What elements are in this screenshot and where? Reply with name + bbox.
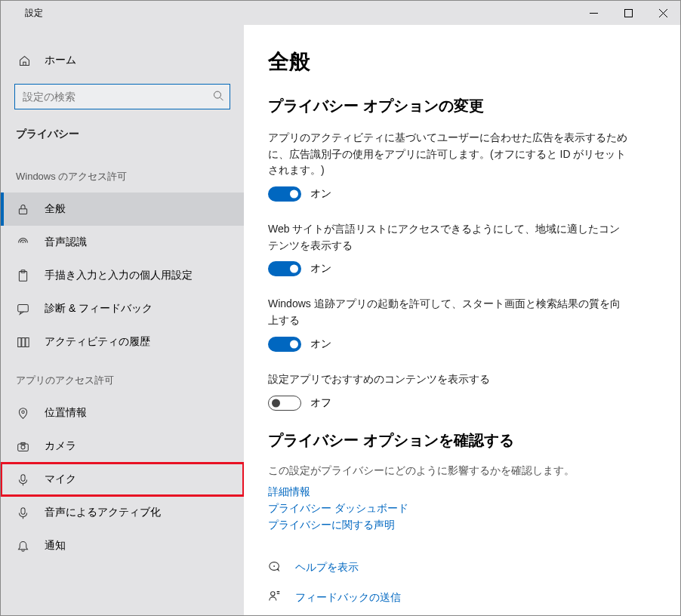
sidebar-item-camera[interactable]: カメラ — [1, 430, 244, 463]
toggle-language-list[interactable] — [268, 261, 301, 276]
svg-rect-18 — [20, 507, 24, 514]
titlebar: 設定 — [1, 1, 680, 25]
svg-point-21 — [271, 591, 275, 595]
sidebar-item-label: アクティビティの履歴 — [45, 335, 150, 349]
option-description: Windows 追跡アプリの起動を許可して、スタート画面と検索結果の質を向上する — [268, 296, 630, 328]
svg-point-13 — [21, 411, 23, 413]
svg-line-5 — [220, 97, 223, 100]
close-button[interactable] — [646, 1, 680, 25]
sidebar-item-label: マイク — [45, 473, 76, 486]
toggle-state: オン — [310, 187, 331, 201]
option-description: Web サイトが言語リストにアクセスできるようにして、地域に適したコンテンツを表… — [268, 221, 630, 254]
sidebar-home[interactable]: ホーム — [1, 43, 244, 78]
speech-icon — [16, 236, 29, 249]
svg-rect-10 — [17, 337, 20, 346]
sidebar-item-label: 音声認識 — [45, 236, 87, 249]
link-privacy-dashboard[interactable]: プライバシー ダッシュボード — [268, 502, 650, 516]
toggle-state: オン — [310, 262, 331, 276]
sidebar-item-location[interactable]: 位置情報 — [1, 396, 244, 430]
sidebar-item-diagnostics[interactable]: 診断 & フィードバック — [1, 292, 244, 325]
toggle-advertising-id[interactable] — [268, 186, 301, 202]
section-title-privacy-options: プライバシー オプションの変更 — [268, 96, 650, 116]
toggle-suggested-content[interactable] — [268, 396, 301, 411]
link-give-feedback[interactable]: フィードバックの送信 — [295, 591, 401, 605]
option-description: アプリのアクティビティに基づいてユーザーに合わせた広告を表示するために、広告識別… — [268, 130, 630, 179]
history-icon — [16, 336, 29, 349]
sidebar-section-apps: アプリのアクセス許可 — [1, 359, 244, 396]
location-icon — [16, 407, 29, 420]
feedback-icon — [268, 590, 282, 606]
svg-rect-11 — [21, 337, 24, 346]
sidebar: ホーム プライバシー Windows のアクセス許可 全般 音声認識 手描き入力… — [1, 25, 244, 615]
sidebar-item-voice-activation[interactable]: 音声によるアクティブ化 — [1, 496, 244, 529]
help-icon — [268, 559, 282, 576]
section-title-review-privacy: プライバシー オプションを確認する — [268, 430, 650, 451]
toggle-app-launch-tracking[interactable] — [268, 337, 301, 352]
sidebar-home-label: ホーム — [45, 54, 76, 67]
svg-rect-12 — [25, 337, 28, 346]
option-description: 設定アプリでおすすめのコンテンツを表示する — [268, 371, 630, 388]
sidebar-item-label: 位置情報 — [45, 406, 87, 420]
clipboard-icon — [16, 270, 29, 282]
microphone-icon — [16, 473, 29, 486]
link-learn-more[interactable]: 詳細情報 — [268, 485, 650, 499]
sidebar-item-label: 手描き入力と入力の個人用設定 — [45, 269, 193, 282]
link-privacy-statement[interactable]: プライバシーに関する声明 — [268, 519, 650, 532]
voice-icon — [16, 507, 29, 519]
maximize-button[interactable] — [611, 1, 646, 25]
sidebar-item-label: 診断 & フィードバック — [45, 302, 153, 316]
svg-point-20 — [273, 565, 275, 567]
sidebar-item-activity[interactable]: アクティビティの履歴 — [1, 325, 244, 359]
svg-rect-1 — [624, 9, 632, 17]
sidebar-item-label: 音声によるアクティブ化 — [45, 506, 161, 519]
svg-rect-6 — [19, 208, 26, 214]
home-icon — [17, 54, 31, 67]
search-icon — [213, 91, 224, 105]
sidebar-item-label: カメラ — [45, 439, 76, 453]
svg-point-15 — [20, 445, 24, 448]
bell-icon — [16, 540, 29, 553]
page-title: 全般 — [268, 48, 650, 76]
sidebar-item-microphone[interactable]: マイク — [1, 463, 244, 496]
sidebar-item-general[interactable]: 全般 — [1, 192, 244, 226]
svg-rect-17 — [20, 474, 24, 481]
toggle-state: オフ — [310, 396, 331, 410]
toggle-state: オン — [310, 337, 331, 351]
minimize-button[interactable] — [576, 1, 611, 25]
sidebar-item-label: 通知 — [45, 539, 66, 553]
sidebar-item-speech[interactable]: 音声認識 — [1, 226, 244, 259]
sidebar-item-inking[interactable]: 手描き入力と入力の個人用設定 — [1, 259, 244, 292]
lock-icon — [16, 203, 29, 216]
section-subtitle: この設定がプライバシーにどのように影響するかを確認します。 — [268, 464, 650, 478]
sidebar-item-label: 全般 — [45, 202, 66, 216]
sidebar-category: プライバシー — [1, 120, 244, 155]
content: 全般 プライバシー オプションの変更 アプリのアクティビティに基づいてユーザーに… — [244, 25, 680, 615]
svg-point-4 — [214, 91, 221, 98]
feedback-icon — [16, 303, 29, 316]
search-input[interactable] — [14, 84, 230, 109]
camera-icon — [16, 440, 29, 453]
sidebar-section-windows: Windows のアクセス許可 — [1, 155, 244, 192]
link-get-help[interactable]: ヘルプを表示 — [295, 561, 359, 574]
window-title: 設定 — [25, 7, 43, 20]
svg-rect-9 — [17, 304, 28, 311]
sidebar-item-notifications[interactable]: 通知 — [1, 529, 244, 562]
